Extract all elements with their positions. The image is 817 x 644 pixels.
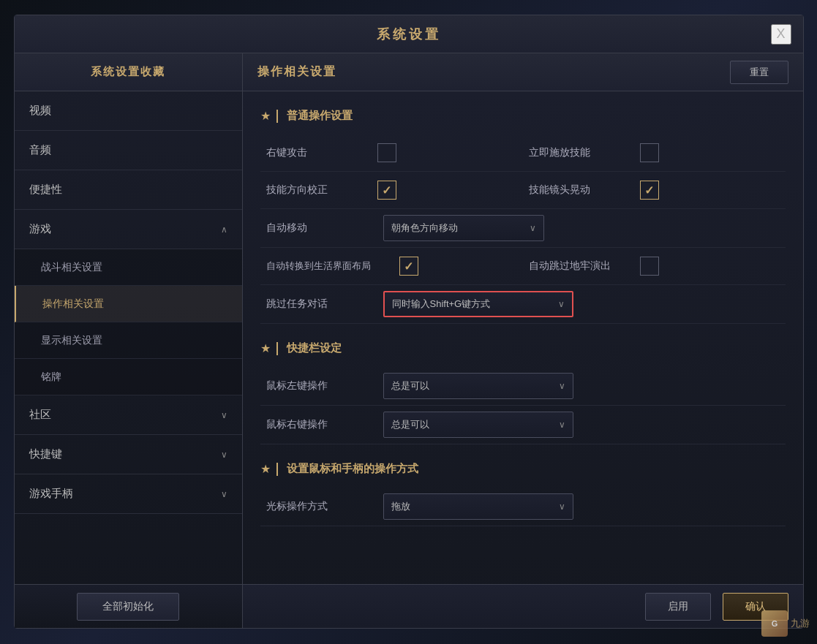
section-title-mouse-gamepad: 设置鼠标和手柄的操作方式 <box>287 462 418 476</box>
dialog-body: 系统设置收藏 视频 音频 便捷性 游戏 ∧ <box>15 53 803 628</box>
label-right-click: 右键攻击 <box>266 146 369 159</box>
chevron-up-icon: ∧ <box>221 224 227 235</box>
content-area: 操作相关设置 重置 ★ 普通操作设置 右键攻击 <box>243 53 803 628</box>
label-auto-move: 自动移动 <box>266 221 383 235</box>
section-general-ops: ★ 普通操作设置 右键攻击 立即施放技能 <box>260 109 786 324</box>
checkbox-auto-switch[interactable] <box>399 257 418 276</box>
sidebar-item-shortcuts[interactable]: 快捷键 ∨ <box>15 435 242 474</box>
cell-right-click-left: 右键攻击 <box>260 140 523 165</box>
section-title-hotbar: 快捷栏设定 <box>287 341 342 355</box>
star-icon-1: ★ <box>260 109 271 123</box>
dropdown-cursor-mode[interactable]: 拖放 ∨ <box>383 493 573 520</box>
dialog-bottom-bar: 启用 确认 <box>243 584 803 628</box>
section-divider-1 <box>276 110 278 123</box>
checkbox-skill-camera[interactable] <box>640 181 659 200</box>
sidebar-subitem-battle[interactable]: 战斗相关设置 <box>15 249 242 286</box>
dropdown-mouse-left-value: 总是可以 <box>391 379 429 393</box>
sidebar-item-gamepad[interactable]: 游戏手柄 ∨ <box>15 474 242 514</box>
sidebar-item-video[interactable]: 视频 <box>15 91 242 131</box>
title-bar: 系统设置 X <box>15 15 803 53</box>
content-header-title: 操作相关设置 <box>257 64 336 80</box>
label-auto-switch: 自动转换到生活界面布局 <box>266 260 391 273</box>
checkbox-auto-skip[interactable] <box>640 257 659 276</box>
label-mouse-left: 鼠标左键操作 <box>266 379 383 393</box>
sidebar-footer: 全部初始化 <box>15 584 242 628</box>
label-mouse-right: 鼠标右键操作 <box>266 418 383 431</box>
setting-row-mouse-left: 鼠标左键操作 总是可以 ∨ <box>260 367 786 406</box>
checkbox-right-click[interactable] <box>377 143 396 162</box>
dropdown-mouse-right-value: 总是可以 <box>391 418 429 431</box>
section-header-mouse-gamepad: ★ 设置鼠标和手柄的操作方式 <box>260 462 786 476</box>
content-header: 操作相关设置 重置 <box>243 53 803 91</box>
cell-skill-camera-right: 技能镜头晃动 <box>523 178 786 202</box>
dropdown-auto-move[interactable]: 朝角色方向移动 ∨ <box>383 215 544 241</box>
dropdown-mouse-right[interactable]: 总是可以 ∨ <box>383 412 573 438</box>
dropdown-mouse-left[interactable]: 总是可以 ∨ <box>383 373 573 399</box>
sidebar-item-audio[interactable]: 音频 <box>15 131 242 170</box>
sidebar-item-community-label: 社区 <box>29 408 221 422</box>
reset-all-button[interactable]: 全部初始化 <box>77 593 179 621</box>
label-skill-camera: 技能镜头晃动 <box>529 183 631 197</box>
watermark-text: 九游 <box>791 617 810 630</box>
cell-auto-skip-right: 自动跳过地牢演出 <box>523 254 786 279</box>
dropdown-skip-dialog-value: 同时输入Shift+G键方式 <box>392 298 491 311</box>
setting-row-auto-move: 自动移动 朝角色方向移动 ∨ <box>260 209 786 248</box>
cell-instant-cast-right: 立即施放技能 <box>523 140 786 165</box>
star-icon-2: ★ <box>260 341 271 355</box>
section-divider-3 <box>276 463 278 476</box>
dropdown-mouse-right-arrow: ∨ <box>559 420 565 430</box>
cell-auto-switch-left: 自动转换到生活界面布局 <box>260 254 523 279</box>
dropdown-skip-dialog-arrow: ∨ <box>558 299 565 309</box>
sidebar-item-community[interactable]: 社区 ∨ <box>15 395 242 435</box>
watermark: G 九游 <box>761 610 810 637</box>
sidebar-item-shortcuts-label: 快捷键 <box>29 447 221 461</box>
close-button[interactable]: X <box>771 24 791 45</box>
dropdown-auto-move-arrow: ∨ <box>530 223 536 233</box>
label-skill-dir: 技能方向校正 <box>266 183 369 197</box>
section-hotbar: ★ 快捷栏设定 鼠标左键操作 总是可以 ∨ 鼠标右键操作 <box>260 341 786 444</box>
label-cursor-mode: 光标操作方式 <box>266 500 383 513</box>
sidebar-item-game-label: 游戏 <box>29 222 221 236</box>
sidebar-subitem-display-label: 显示相关设置 <box>41 334 102 347</box>
setting-row-auto-switch: 自动转换到生活界面布局 自动跳过地牢演出 <box>260 248 786 285</box>
cell-skill-dir-left: 技能方向校正 <box>260 178 523 202</box>
chevron-down-icon-shortcuts: ∨ <box>221 450 227 460</box>
dropdown-skip-dialog[interactable]: 同时输入Shift+G键方式 ∨ <box>383 291 573 317</box>
dropdown-auto-move-value: 朝角色方向移动 <box>391 221 458 235</box>
sidebar-subitem-operation[interactable]: 操作相关设置 <box>15 286 242 322</box>
sidebar-item-convenience[interactable]: 便捷性 <box>15 170 242 210</box>
chevron-down-icon-community: ∨ <box>221 410 227 420</box>
sidebar-item-convenience-label: 便捷性 <box>29 183 227 197</box>
section-mouse-gamepad: ★ 设置鼠标和手柄的操作方式 光标操作方式 拖放 ∨ <box>260 462 786 526</box>
sidebar-subitem-badge-label: 铭牌 <box>41 371 61 384</box>
sidebar-item-gamepad-label: 游戏手柄 <box>29 487 221 501</box>
sidebar: 系统设置收藏 视频 音频 便捷性 游戏 ∧ <box>15 53 243 628</box>
sidebar-subitem-display[interactable]: 显示相关设置 <box>15 322 242 359</box>
section-header-general-ops: ★ 普通操作设置 <box>260 109 786 123</box>
sidebar-item-video-label: 视频 <box>29 104 227 118</box>
setting-row-skip-dialog: 跳过任务对话 同时输入Shift+G键方式 ∨ <box>260 285 786 324</box>
setting-row-right-click: 右键攻击 立即施放技能 <box>260 135 786 172</box>
content-scroll: ★ 普通操作设置 右键攻击 立即施放技能 <box>243 91 803 584</box>
sidebar-subitem-operation-label: 操作相关设置 <box>42 298 104 311</box>
setting-row-cursor-mode: 光标操作方式 拖放 ∨ <box>260 488 786 526</box>
sidebar-item-game[interactable]: 游戏 ∧ <box>15 210 242 249</box>
label-instant-cast: 立即施放技能 <box>529 146 631 159</box>
sidebar-header: 系统设置收藏 <box>15 53 242 91</box>
dropdown-mouse-left-arrow: ∨ <box>559 381 565 391</box>
watermark-logo-text: G <box>772 619 778 628</box>
star-icon-3: ★ <box>260 462 271 476</box>
reset-button[interactable]: 重置 <box>730 61 788 84</box>
apply-button[interactable]: 启用 <box>645 593 711 621</box>
dropdown-cursor-mode-value: 拖放 <box>391 500 410 513</box>
sidebar-subitem-battle-label: 战斗相关设置 <box>41 261 102 274</box>
label-auto-skip: 自动跳过地牢演出 <box>529 260 631 273</box>
sidebar-subitem-badge[interactable]: 铭牌 <box>15 359 242 395</box>
checkbox-skill-dir[interactable] <box>377 181 396 200</box>
section-header-hotbar: ★ 快捷栏设定 <box>260 341 786 355</box>
label-skip-dialog: 跳过任务对话 <box>266 298 383 311</box>
checkbox-instant-cast[interactable] <box>640 143 659 162</box>
watermark-logo: G <box>761 610 788 637</box>
chevron-down-icon-gamepad: ∨ <box>221 489 227 499</box>
dialog-title: 系统设置 <box>377 26 441 43</box>
